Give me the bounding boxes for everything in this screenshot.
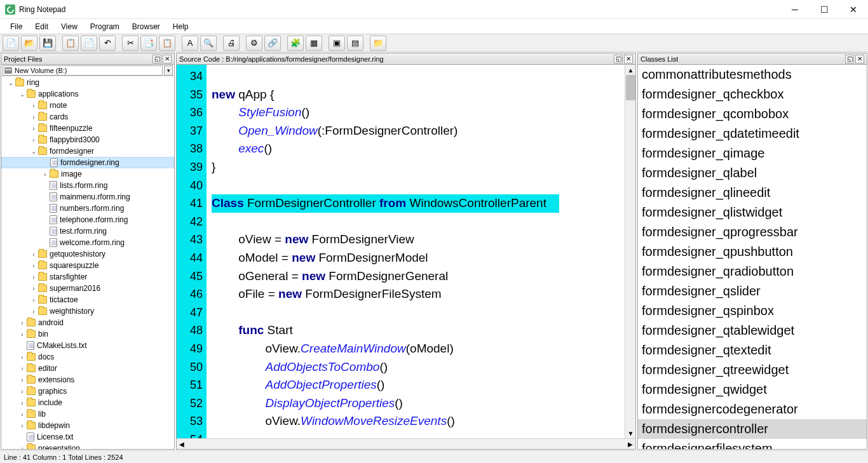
- scroll-left-icon[interactable]: ◀: [177, 439, 187, 450]
- code-line[interactable]: new qApp {: [212, 86, 625, 104]
- code-line[interactable]: StyleFusion(): [212, 104, 625, 122]
- chevron-right-icon[interactable]: ›: [18, 377, 27, 384]
- tree-folder[interactable]: ⌄formdesigner: [1, 145, 174, 157]
- chevron-right-icon[interactable]: ›: [29, 297, 38, 304]
- tree-folder[interactable]: ›editor: [1, 363, 174, 374]
- class-item[interactable]: formdesigner_qradiobutton: [638, 262, 867, 281]
- chevron-right-icon[interactable]: ›: [18, 388, 27, 395]
- menu-browser[interactable]: Browser: [126, 20, 166, 33]
- code-line[interactable]: func Start: [212, 321, 625, 340]
- chevron-down-icon[interactable]: ⌄: [29, 148, 38, 155]
- class-item[interactable]: formdesignercontroller: [638, 419, 867, 439]
- class-item[interactable]: formdesigner_qlistwidget: [638, 203, 867, 222]
- chevron-down-icon[interactable]: ⌄: [6, 79, 15, 86]
- panel-float-button[interactable]: ◱: [845, 55, 854, 64]
- code-line[interactable]: oView.CreateMainWindow(oModel): [212, 340, 625, 358]
- tree-folder[interactable]: ›starsfighter: [1, 271, 174, 283]
- chevron-right-icon[interactable]: ›: [29, 137, 38, 144]
- code-editor[interactable]: 3435363738394041424344454647484950515253…: [177, 65, 635, 438]
- code-line[interactable]: oModel = new FormDesignerModel: [212, 249, 625, 267]
- project-tree[interactable]: ⌄ring⌄applications›rnote›cards›fifteenpu…: [1, 76, 174, 449]
- tree-folder[interactable]: ›squarespuzzle: [1, 260, 174, 271]
- code-line[interactable]: exec(): [212, 140, 625, 158]
- drive-dropdown-button[interactable]: ▾: [164, 65, 173, 76]
- scroll-thumb[interactable]: [626, 75, 635, 100]
- chevron-right-icon[interactable]: ›: [18, 411, 27, 418]
- class-item[interactable]: formdesigner_qpushbutton: [638, 242, 867, 262]
- classes-listbox[interactable]: commonattributesmethodsformdesigner_qche…: [638, 65, 867, 449]
- code-line[interactable]: oGeneral = new FormDesignerGeneral: [212, 267, 625, 286]
- close-button[interactable]: ✕: [839, 0, 868, 19]
- code-line[interactable]: [212, 304, 625, 322]
- chevron-right-icon[interactable]: ›: [29, 125, 38, 132]
- tool-copy[interactable]: 📋: [62, 36, 79, 51]
- code-line[interactable]: oFile = new FormDesignerFileSystem: [212, 285, 625, 304]
- chevron-down-icon[interactable]: ⌄: [18, 91, 27, 98]
- tool-run-no[interactable]: ▦: [306, 36, 322, 51]
- minimize-button[interactable]: ─: [780, 0, 810, 19]
- tree-folder[interactable]: ›docs: [1, 351, 174, 363]
- class-item[interactable]: formdesigner_qprogressbar: [638, 222, 867, 242]
- tree-file[interactable]: ·mainmenu.rform.ring: [1, 191, 174, 203]
- tool-save-file[interactable]: 💾: [39, 36, 56, 51]
- tree-folder[interactable]: ›bin: [1, 328, 174, 340]
- code-line[interactable]: AddObjectProperties(): [212, 376, 625, 394]
- tree-file[interactable]: ·numbers.rform.ring: [1, 203, 174, 214]
- chevron-right-icon[interactable]: ›: [29, 262, 38, 269]
- tool-run[interactable]: ⚙: [246, 36, 262, 51]
- code-line[interactable]: Open_Window(:FormDesignerController): [212, 122, 625, 140]
- code-line[interactable]: DisplayObjectProperties(): [212, 394, 625, 413]
- tree-folder[interactable]: ›include: [1, 397, 174, 408]
- class-item[interactable]: commonattributesmethods: [638, 65, 867, 84]
- chevron-right-icon[interactable]: ›: [18, 319, 27, 326]
- tool-new-file[interactable]: 📄: [3, 36, 19, 51]
- tool-form-designer[interactable]: ▣: [329, 36, 345, 51]
- chevron-right-icon[interactable]: ›: [29, 274, 38, 281]
- tree-folder[interactable]: ›weighthistory: [1, 305, 174, 317]
- tool-cut[interactable]: ✂: [122, 36, 139, 51]
- tree-folder[interactable]: ›libdepwin: [1, 420, 174, 431]
- chevron-right-icon[interactable]: ›: [18, 422, 27, 429]
- tool-browser[interactable]: ▤: [347, 36, 363, 51]
- chevron-right-icon[interactable]: ›: [29, 308, 38, 315]
- class-item[interactable]: formdesigner_qlabel: [638, 163, 867, 183]
- class-item[interactable]: formdesigner_qcheckbox: [638, 84, 867, 104]
- horizontal-scrollbar[interactable]: ◀ ▶: [177, 438, 635, 449]
- tool-undo[interactable]: ↶: [99, 36, 116, 51]
- tree-file[interactable]: ·formdesigner.ring: [1, 157, 174, 168]
- maximize-button[interactable]: ☐: [810, 0, 839, 19]
- menu-view[interactable]: View: [55, 20, 84, 33]
- tree-file[interactable]: ·CMakeLists.txt: [1, 340, 174, 351]
- tree-folder[interactable]: ›flappybird3000: [1, 134, 174, 145]
- tool-font[interactable]: A: [182, 36, 198, 51]
- drive-combobox[interactable]: New Volume (B:): [3, 65, 163, 76]
- tool-run-gui[interactable]: 🔗: [264, 36, 281, 51]
- class-item[interactable]: formdesigner_qtextedit: [638, 340, 867, 360]
- tool-find[interactable]: 🔍: [200, 36, 217, 51]
- chevron-right-icon[interactable]: ›: [29, 114, 38, 121]
- menu-edit[interactable]: Edit: [29, 20, 55, 33]
- scroll-down-icon[interactable]: ▼: [625, 428, 635, 438]
- chevron-right-icon[interactable]: ›: [18, 354, 27, 361]
- code-line[interactable]: AddObjectsToCombo(): [212, 358, 625, 377]
- menu-program[interactable]: Program: [84, 20, 126, 33]
- class-item[interactable]: formdesigner_qslider: [638, 281, 867, 301]
- chevron-right-icon[interactable]: ›: [18, 331, 27, 338]
- tree-file[interactable]: ·lists.rform.ring: [1, 180, 174, 191]
- tree-folder[interactable]: ›image: [1, 168, 174, 180]
- tree-folder[interactable]: ›superman2016: [1, 283, 174, 294]
- tree-folder[interactable]: ›getquoteshistory: [1, 248, 174, 260]
- chevron-right-icon[interactable]: ›: [41, 171, 50, 178]
- tree-folder[interactable]: ›rnote: [1, 100, 174, 111]
- code-text[interactable]: new qApp { StyleFusion() Open_Window(:Fo…: [207, 65, 625, 438]
- tool-open-file[interactable]: 📂: [21, 36, 37, 51]
- class-item[interactable]: formdesignerfilesystem: [638, 439, 867, 449]
- panel-float-button[interactable]: ◱: [153, 55, 161, 64]
- tool-paste2[interactable]: 📋: [159, 36, 175, 51]
- class-item[interactable]: formdesigner_qimage: [638, 144, 867, 163]
- tool-debug[interactable]: 🧩: [287, 36, 304, 51]
- code-line[interactable]: Class FormDesignerController from Window…: [212, 194, 625, 213]
- chevron-right-icon[interactable]: ›: [29, 102, 38, 109]
- class-item[interactable]: formdesigner_qdatetimeedit: [638, 124, 867, 144]
- tool-close[interactable]: 📁: [370, 36, 386, 51]
